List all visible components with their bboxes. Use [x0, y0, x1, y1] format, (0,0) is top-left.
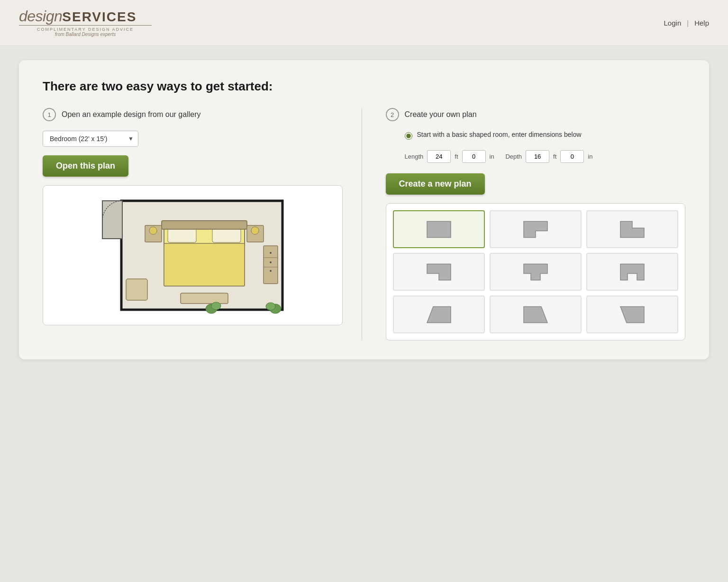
depth-in-label: in: [588, 153, 592, 160]
step-2-number: 2: [386, 108, 399, 121]
page-title: There are two easy ways to get started:: [43, 79, 685, 94]
depth-in-input[interactable]: [560, 150, 584, 163]
left-section-header: 1 Open an example design from our galler…: [43, 108, 343, 121]
svg-marker-31: [620, 306, 644, 322]
nav-separator: |: [687, 19, 689, 27]
depth-label: Depth: [505, 153, 522, 160]
shape-diagonal2[interactable]: [490, 295, 582, 333]
shape-grid-wrapper: [386, 203, 686, 340]
header-nav: Login | Help: [664, 19, 709, 27]
svg-marker-27: [524, 264, 547, 280]
shape-l1[interactable]: [490, 210, 582, 248]
step-1-number: 1: [43, 108, 56, 121]
length-label: Length: [405, 153, 424, 160]
room-select[interactable]: Bedroom (22' x 15') Living Room (20' x 1…: [43, 131, 138, 147]
svg-point-15: [270, 261, 272, 263]
main-wrapper: There are two easy ways to get started: …: [0, 46, 728, 374]
svg-rect-1: [102, 201, 122, 239]
login-link[interactable]: Login: [664, 19, 682, 27]
logo-line: [19, 25, 152, 26]
logo-subtitle2: from Ballard Designs experts: [19, 32, 152, 37]
logo-services-text: SERVICES: [62, 9, 136, 24]
radio-row: Start with a basic shaped room, enter di…: [405, 131, 686, 140]
header: designSERVICES COMPLIMENTARY DESIGN ADVI…: [0, 0, 728, 46]
logo-area: designSERVICES COMPLIMENTARY DESIGN ADVI…: [19, 9, 152, 37]
shape-rectangle[interactable]: [393, 210, 485, 248]
svg-marker-24: [524, 221, 547, 237]
create-plan-button[interactable]: Create a new plan: [386, 173, 485, 195]
main-card: There are two easy ways to get started: …: [19, 60, 709, 359]
shape-diagonal1[interactable]: [393, 295, 485, 333]
svg-rect-18: [126, 279, 147, 300]
svg-marker-25: [620, 221, 644, 237]
svg-rect-5: [162, 221, 247, 229]
svg-point-22: [266, 303, 275, 310]
logo-design-text: design: [19, 8, 62, 25]
length-in-label: in: [490, 153, 494, 160]
shape-grid: [393, 210, 679, 333]
length-in-input[interactable]: [462, 150, 486, 163]
svg-rect-4: [212, 228, 241, 242]
shape-l2[interactable]: [586, 210, 678, 248]
radio-label: Start with a basic shaped room, enter di…: [417, 131, 582, 138]
left-column: 1 Open an example design from our galler…: [43, 108, 362, 340]
depth-ft-label: ft: [553, 153, 556, 160]
svg-point-14: [270, 252, 272, 254]
bedroom-svg: [93, 191, 292, 319]
svg-point-20: [211, 302, 221, 310]
length-ft-label: ft: [455, 153, 458, 160]
floor-plan-preview: [43, 185, 343, 325]
left-section-label: Open an example design from our gallery: [62, 110, 201, 119]
room-dropdown-wrapper: Bedroom (22' x 15') Living Room (20' x 1…: [43, 131, 138, 147]
help-link[interactable]: Help: [694, 19, 709, 27]
svg-rect-11: [264, 246, 278, 284]
svg-rect-3: [168, 228, 196, 242]
basic-room-radio[interactable]: [405, 132, 412, 140]
dimensions-row: Length ft in Depth ft in: [405, 150, 686, 163]
open-plan-button[interactable]: Open this plan: [43, 155, 128, 177]
logo-subtitle1: COMPLIMENTARY DESIGN ADVICE: [19, 27, 152, 32]
svg-point-16: [270, 270, 272, 272]
svg-marker-28: [620, 264, 644, 280]
logo-main: designSERVICES: [19, 9, 152, 24]
shape-diagonal3[interactable]: [586, 295, 678, 333]
svg-point-8: [149, 227, 157, 234]
right-section-label: Create your own plan: [405, 110, 477, 119]
shape-t[interactable]: [586, 253, 678, 291]
svg-rect-17: [181, 293, 228, 304]
svg-rect-23: [427, 221, 451, 237]
svg-rect-6: [164, 243, 245, 286]
length-ft-input[interactable]: [427, 150, 451, 163]
right-section-header: 2 Create your own plan: [386, 108, 686, 121]
svg-marker-29: [427, 306, 451, 322]
shape-l3[interactable]: [393, 253, 485, 291]
two-columns: 1 Open an example design from our galler…: [43, 108, 685, 340]
depth-ft-input[interactable]: [526, 150, 549, 163]
svg-marker-30: [524, 306, 547, 322]
shape-u[interactable]: [490, 253, 582, 291]
svg-point-10: [251, 227, 259, 234]
svg-marker-26: [427, 264, 451, 280]
right-column: 2 Create your own plan Start with a basi…: [362, 108, 686, 340]
